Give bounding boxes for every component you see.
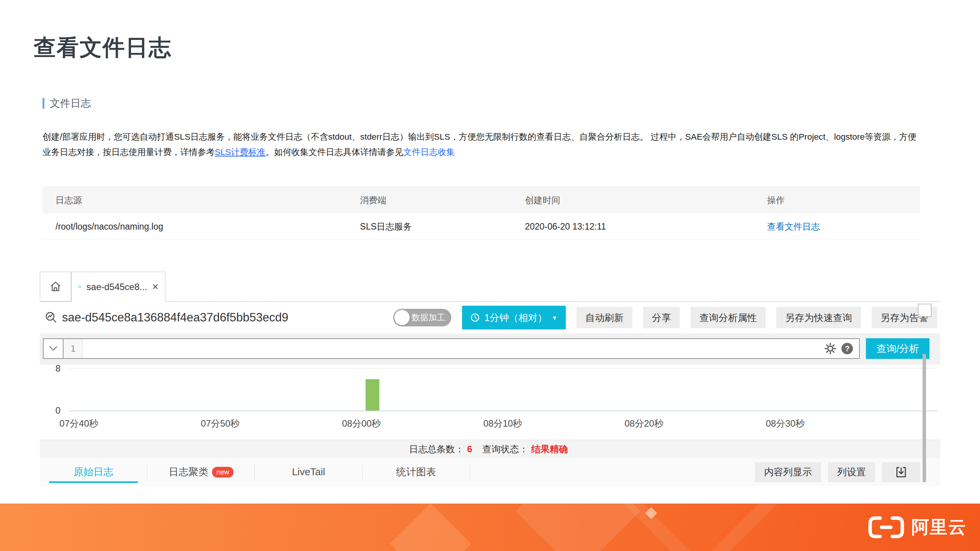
console-title-row: sae-d545ce8a136884f4ea37d6f5bb53ecd9 数据加… [40, 302, 940, 333]
query-status-bar: 日志总条数： 6 查询状态： 结果精确 [40, 440, 940, 458]
col-header-consumer: 消费端 [347, 194, 512, 206]
intro-paragraph: 创建/部署应用时，您可选自动打通SLS日志服务，能将业务文件日志（不含stdou… [42, 129, 917, 160]
time-range-label: 1分钟（相对） [484, 311, 547, 324]
log-total-label: 日志总条数： [409, 443, 464, 455]
screenshot-resize-handle [918, 304, 931, 317]
intro-text-2: 。如何收集文件日志具体详情请参见 [266, 147, 403, 157]
query-state-value: 结果精确 [531, 443, 568, 455]
chevron-down-icon [49, 346, 57, 351]
tab-livetail[interactable]: LiveTail [255, 458, 362, 486]
cell-consumer: SLS日志服务 [347, 221, 512, 233]
alibaba-cloud-logo-icon [867, 515, 905, 539]
footer-decoration [619, 504, 782, 551]
page-title: 查看文件日志 [34, 35, 172, 60]
vertical-scrollbar[interactable] [923, 354, 926, 482]
query-line-number: 1 [64, 339, 83, 358]
toggle-label: 数据加工 [412, 312, 445, 323]
home-icon [49, 280, 62, 293]
cell-log-source: /root/logs/nacos/naming.log [42, 222, 347, 232]
caret-down-icon: ▼ [552, 315, 557, 321]
console-toolbar: 数据加工 1分钟（相对） ▼ 自动刷新 分享 查询分析属性 另存为快速查询 另存… [393, 306, 937, 329]
tab-log-clustering-label: 日志聚类 [168, 465, 208, 479]
console-tabbar: sae-d545ce8... ✕ [40, 272, 940, 302]
time-range-selector[interactable]: 1分钟（相对） ▼ [462, 306, 566, 329]
alibaba-cloud-brand: 阿里云 [867, 515, 967, 539]
download-icon [895, 466, 907, 478]
sls-console-screenshot: sae-d545ce8... ✕ sae-d545ce8a136884f4ea3… [40, 272, 940, 486]
result-actions: 内容列显示 列设置 [755, 462, 920, 482]
histogram-bar[interactable] [366, 379, 379, 411]
result-tabs: 原始日志 日志聚类 new LiveTail 统计图表 [40, 458, 470, 486]
share-button[interactable]: 分享 [643, 307, 680, 328]
tab-raw-logs-label: 原始日志 [74, 465, 113, 479]
histogram-plot [40, 368, 937, 411]
x-tick-label: 07分40秒 [59, 417, 98, 430]
data-processing-toggle[interactable]: 数据加工 [393, 309, 451, 326]
view-file-log-link[interactable]: 查看文件日志 [767, 222, 820, 231]
file-log-collection-link[interactable]: 文件日志收集 [403, 147, 455, 157]
column-settings-button[interactable]: 列设置 [828, 462, 875, 482]
x-tick-label: 08分00秒 [342, 417, 381, 430]
new-badge: new [212, 467, 233, 478]
tab-statistics-charts-label: 统计图表 [396, 465, 436, 479]
download-button[interactable] [882, 462, 920, 482]
query-box: 1 ? [43, 338, 860, 359]
chart-search-icon [78, 281, 82, 293]
x-tick-label: 08分30秒 [766, 417, 805, 430]
tab-divider [470, 465, 470, 480]
query-band: 1 ? 查询/分析 [40, 333, 940, 365]
query-analyze-button[interactable]: 查询/分析 [866, 338, 929, 359]
toggle-knob [394, 310, 410, 325]
x-tick-label: 08分20秒 [624, 417, 663, 430]
sls-pricing-link[interactable]: SLS计费标准 [215, 147, 266, 157]
gear-icon[interactable] [825, 343, 836, 354]
query-analysis-props-button[interactable]: 查询分析属性 [691, 307, 766, 328]
clock-icon [470, 313, 480, 322]
logstore-tab-label: sae-d545ce8... [87, 282, 147, 292]
x-axis-line [69, 411, 937, 411]
query-input[interactable] [83, 339, 825, 358]
auto-refresh-button[interactable]: 自动刷新 [577, 307, 632, 328]
logstore-icon [44, 311, 57, 324]
tab-raw-logs[interactable]: 原始日志 [40, 458, 147, 486]
tab-log-clustering[interactable]: 日志聚类 new [147, 458, 255, 486]
file-log-table: 日志源 消费端 创建时间 操作 /root/logs/nacos/naming.… [42, 186, 920, 240]
logstore-tab[interactable]: sae-d545ce8... ✕ [71, 272, 165, 302]
footer-decoration [516, 504, 640, 551]
result-bottom-bar: 原始日志 日志聚类 new LiveTail 统计图表 内容列显示 列设置 [40, 458, 940, 486]
cell-created-time: 2020-06-20 13:12:11 [512, 222, 754, 232]
col-header-action: 操作 [754, 194, 920, 206]
footer-banner: 阿里云 [0, 504, 980, 551]
col-header-created-time: 创建时间 [512, 194, 754, 206]
x-tick-label: 08分10秒 [483, 417, 522, 430]
x-axis-labels: 07分40秒 07分50秒 08分00秒 08分10秒 08分20秒 08分30… [40, 417, 940, 430]
home-tab-button[interactable] [40, 272, 71, 302]
section-heading-label: 文件日志 [50, 96, 91, 110]
log-histogram: 8 0 07分40秒 07分50秒 08分00秒 08分10秒 08分20秒 0… [40, 365, 940, 440]
table-header-row: 日志源 消费端 创建时间 操作 [42, 187, 920, 214]
section-heading: 文件日志 [42, 96, 91, 110]
help-icon[interactable]: ? [841, 343, 853, 354]
col-header-log-source: 日志源 [42, 194, 347, 206]
tab-livetail-label: LiveTail [292, 466, 325, 478]
logstore-title: sae-d545ce8a136884f4ea37d6f5bb53ecd9 [62, 311, 288, 324]
intro-text-1: 创建/部署应用时，您可选自动打通SLS日志服务，能将业务文件日志（不含stdou… [42, 132, 916, 157]
log-total-value: 6 [467, 444, 472, 455]
brand-name: 阿里云 [911, 515, 967, 539]
query-state-label: 查询状态： [482, 443, 528, 455]
close-icon[interactable]: ✕ [152, 282, 159, 292]
table-row: /root/logs/nacos/naming.log SLS日志服务 2020… [42, 214, 920, 240]
footer-decoration [390, 504, 471, 551]
collapse-query-button[interactable] [44, 339, 64, 358]
save-quick-query-button[interactable]: 另存为快速查询 [776, 307, 861, 328]
tab-statistics-charts[interactable]: 统计图表 [363, 458, 470, 486]
section-marker-bar [42, 98, 44, 109]
x-tick-label: 07分50秒 [201, 417, 239, 430]
content-columns-button[interactable]: 内容列显示 [755, 462, 821, 482]
query-input-icons: ? [825, 343, 853, 354]
